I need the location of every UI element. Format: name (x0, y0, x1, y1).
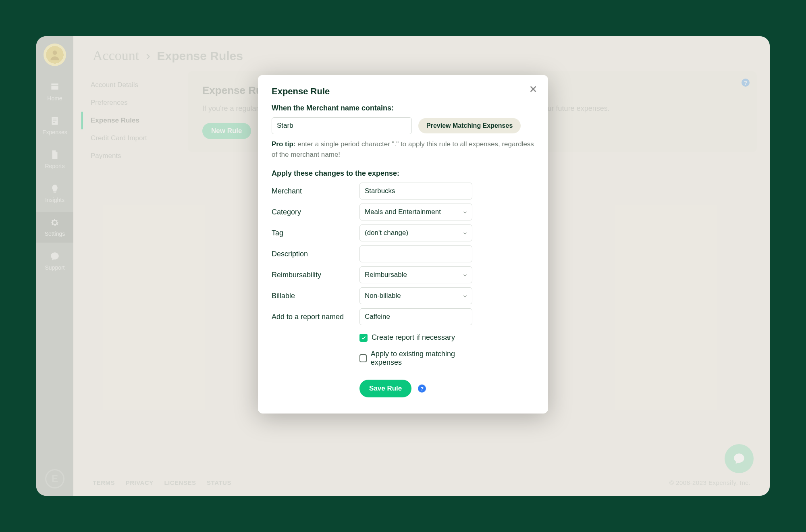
label-description: Description (272, 250, 359, 258)
merchant-contains-input[interactable] (272, 117, 412, 134)
chevron-down-icon (462, 272, 468, 278)
help-icon[interactable]: ? (418, 384, 426, 393)
merchant-input[interactable] (359, 183, 472, 200)
label-merchant: Merchant (272, 187, 359, 195)
select-value: Non-billable (365, 292, 401, 300)
apply-existing-checkbox-row: Apply to existing matching expenses (359, 350, 472, 367)
label-category: Category (272, 208, 359, 216)
add-to-report-input[interactable] (359, 308, 472, 325)
reimbursability-select[interactable]: Reimbursable (359, 266, 472, 283)
label-add-to-report: Add to a report named (272, 313, 359, 321)
category-select[interactable]: Meals and Entertainment (359, 204, 472, 220)
button-label: Preview Matching Expenses (426, 122, 513, 129)
section-apply-changes-title: Apply these changes to the expense: (272, 169, 534, 178)
modal-overlay[interactable]: Expense Rule When the Merchant name cont… (36, 36, 770, 496)
preview-matching-button[interactable]: Preview Matching Expenses (418, 118, 521, 133)
checkbox-label: Apply to existing matching expenses (371, 350, 472, 367)
close-icon (529, 85, 538, 94)
apply-existing-checkbox[interactable] (359, 354, 367, 362)
pro-tip-text: Pro tip: enter a single period character… (272, 139, 534, 160)
label-tag: Tag (272, 229, 359, 237)
tag-select[interactable]: (don't change) (359, 224, 472, 241)
description-input[interactable] (359, 245, 472, 262)
label-reimbursability: Reimbursability (272, 271, 359, 279)
chevron-down-icon (462, 209, 468, 215)
app-window: Home Expenses Reports Insights Settings … (36, 36, 770, 496)
select-value: (don't change) (365, 229, 408, 237)
chevron-down-icon (462, 293, 468, 299)
checkbox-label: Create report if necessary (372, 333, 455, 342)
modal-title: Expense Rule (272, 86, 534, 97)
button-label: Save Rule (369, 384, 402, 392)
pro-tip-label: Pro tip: (272, 140, 296, 148)
select-value: Meals and Entertainment (365, 208, 441, 216)
rule-form: Merchant Category Meals and Entertainmen… (272, 183, 534, 397)
save-rule-button[interactable]: Save Rule (359, 380, 411, 397)
create-report-checkbox[interactable] (359, 334, 368, 342)
label-billable: Billable (272, 292, 359, 300)
select-value: Reimbursable (365, 271, 407, 279)
section-merchant-contains-title: When the Merchant name contains: (272, 104, 534, 112)
close-button[interactable] (527, 83, 539, 95)
create-report-checkbox-row: Create report if necessary (359, 333, 472, 342)
billable-select[interactable]: Non-billable (359, 287, 472, 304)
expense-rule-modal: Expense Rule When the Merchant name cont… (258, 75, 548, 414)
chevron-down-icon (462, 230, 468, 236)
check-icon (361, 335, 366, 341)
pro-tip-body: enter a single period character "." to a… (272, 140, 534, 158)
